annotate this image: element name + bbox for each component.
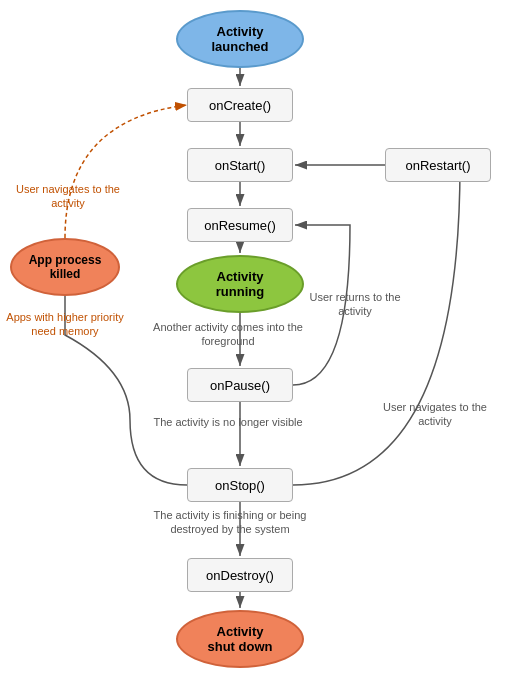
activity-running-label: Activity running <box>216 269 264 299</box>
onrestart-label: onRestart() <box>405 158 470 173</box>
activity-launched-node: Activity launched <box>176 10 304 68</box>
onpause-label: onPause() <box>210 378 270 393</box>
ondestroy-node: onDestroy() <box>187 558 293 592</box>
activity-shutdown-node: Activity shut down <box>176 610 304 668</box>
onstop-label: onStop() <box>215 478 265 493</box>
oncreate-label: onCreate() <box>209 98 271 113</box>
onresume-node: onResume() <box>187 208 293 242</box>
app-process-killed-node: App process killed <box>10 238 120 296</box>
activity-running-node: Activity running <box>176 255 304 313</box>
onstop-node: onStop() <box>187 468 293 502</box>
onstart-label: onStart() <box>215 158 266 173</box>
user-navigates-label2: User navigates to the activity <box>380 400 490 429</box>
user-navigates-label: User navigates to the activity <box>13 182 123 211</box>
oncreate-node: onCreate() <box>187 88 293 122</box>
user-returns-label: User returns to the activity <box>305 290 405 319</box>
another-activity-label: Another activity comes into the foregrou… <box>153 320 303 349</box>
onresume-label: onResume() <box>204 218 276 233</box>
finishing-or-destroyed-label: The activity is finishing or being destr… <box>140 508 320 537</box>
activity-shutdown-label: Activity shut down <box>208 624 273 654</box>
app-process-killed-label: App process killed <box>29 253 102 281</box>
no-longer-visible-label: The activity is no longer visible <box>153 415 303 429</box>
ondestroy-label: onDestroy() <box>206 568 274 583</box>
onrestart-node: onRestart() <box>385 148 491 182</box>
onstart-node: onStart() <box>187 148 293 182</box>
onpause-node: onPause() <box>187 368 293 402</box>
apps-higher-priority-label: Apps with higher priority need memory <box>5 310 125 339</box>
activity-launched-label: Activity launched <box>211 24 268 54</box>
activity-lifecycle-diagram: Activity launched onCreate() onStart() o… <box>0 0 523 673</box>
